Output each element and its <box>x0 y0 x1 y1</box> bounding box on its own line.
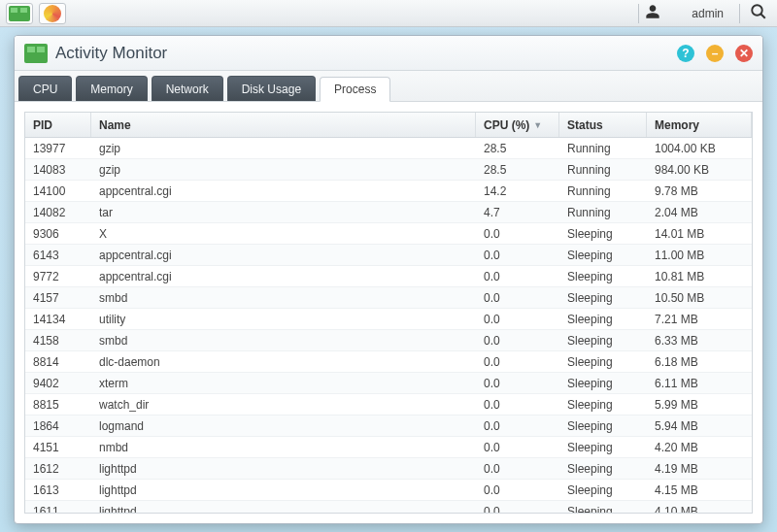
table-row[interactable]: 1864logmand0.0Sleeping5.94 MB <box>25 416 752 437</box>
cell-memory: 9.78 MB <box>647 181 752 201</box>
cell-status: Running <box>559 159 647 180</box>
cell-memory: 10.50 MB <box>647 287 752 308</box>
cell-name: smbd <box>91 287 476 308</box>
cell-pid: 1864 <box>25 416 91 436</box>
tab-memory[interactable]: Memory <box>76 76 147 101</box>
tab-network[interactable]: Network <box>152 76 223 101</box>
table-row[interactable]: 14100appcentral.cgi14.2Running9.78 MB <box>25 181 752 202</box>
cell-pid: 1612 <box>25 458 91 479</box>
table-row[interactable]: 1611lighttpd0.0Sleeping4.10 MB <box>25 501 752 513</box>
tab-cpu[interactable]: CPU <box>18 76 72 101</box>
cell-pid: 9772 <box>25 266 91 286</box>
cell-status: Sleeping <box>559 480 647 500</box>
cell-name: appcentral.cgi <box>91 245 476 265</box>
cell-cpu: 0.0 <box>476 351 559 372</box>
cell-status: Sleeping <box>559 245 647 265</box>
cell-name: smbd <box>91 330 476 350</box>
cell-cpu: 14.2 <box>476 181 559 201</box>
user-icon[interactable] <box>645 4 660 22</box>
user-name-label[interactable]: admin <box>666 7 733 20</box>
table-row[interactable]: 14082tar4.7Running2.04 MB <box>25 202 752 223</box>
svg-point-0 <box>752 5 762 16</box>
taskbar-app-activity-monitor[interactable] <box>6 3 33 24</box>
cell-memory: 5.99 MB <box>647 394 752 415</box>
column-header-pid[interactable]: PID <box>25 113 91 137</box>
cell-memory: 7.21 MB <box>647 309 752 329</box>
table-row[interactable]: 1613lighttpd0.0Sleeping4.15 MB <box>25 480 752 501</box>
cell-memory: 6.33 MB <box>647 330 752 350</box>
cell-memory: 4.19 MB <box>647 458 752 479</box>
cell-name: X <box>91 223 476 244</box>
cell-pid: 13977 <box>25 138 91 158</box>
table-row[interactable]: 4157smbd0.0Sleeping10.50 MB <box>25 287 752 309</box>
cell-name: dlc-daemon <box>91 351 476 372</box>
cell-status: Sleeping <box>559 330 647 350</box>
cell-memory: 14.01 MB <box>647 223 752 244</box>
cell-status: Running <box>559 138 647 158</box>
activity-monitor-icon <box>24 44 48 63</box>
cell-cpu: 0.0 <box>476 373 559 393</box>
taskbar-app-other[interactable] <box>39 3 66 24</box>
table-row[interactable]: 9306X0.0Sleeping14.01 MB <box>25 223 752 245</box>
cell-pid: 1611 <box>25 501 91 513</box>
column-header-name[interactable]: Name <box>91 113 476 137</box>
cell-pid: 8815 <box>25 394 91 415</box>
table-body[interactable]: 13977gzip28.5Running1004.00 KB14083gzip2… <box>25 138 752 513</box>
table-row[interactable]: 8814dlc-daemon0.0Sleeping6.18 MB <box>25 351 752 373</box>
cell-pid: 14082 <box>25 202 91 222</box>
table-row[interactable]: 4151nmbd0.0Sleeping4.20 MB <box>25 437 752 458</box>
activity-monitor-window: Activity Monitor ? – ✕ CPUMemoryNetworkD… <box>14 35 763 524</box>
column-header-cpu[interactable]: CPU (%) ▼ <box>476 113 559 137</box>
search-icon[interactable] <box>746 3 771 23</box>
table-row[interactable]: 14083gzip28.5Running984.00 KB <box>25 159 752 181</box>
topbar-divider <box>739 4 740 23</box>
cell-memory: 5.94 MB <box>647 416 752 436</box>
table-row[interactable]: 13977gzip28.5Running1004.00 KB <box>25 138 752 159</box>
cell-cpu: 28.5 <box>476 159 559 180</box>
process-table-container: PID Name CPU (%) ▼ Status Memory 13977gz… <box>15 102 762 523</box>
cell-memory: 11.00 MB <box>647 245 752 265</box>
window-titlebar[interactable]: Activity Monitor ? – ✕ <box>15 36 762 71</box>
cell-status: Running <box>559 181 647 201</box>
help-button[interactable]: ? <box>677 45 694 62</box>
cell-cpu: 0.0 <box>476 437 559 457</box>
cell-cpu: 0.0 <box>476 223 559 244</box>
cell-memory: 984.00 KB <box>647 159 752 180</box>
column-header-memory[interactable]: Memory <box>647 113 752 137</box>
cell-cpu: 0.0 <box>476 480 559 500</box>
cell-memory: 4.20 MB <box>647 437 752 457</box>
cell-cpu: 0.0 <box>476 394 559 415</box>
cell-name: nmbd <box>91 437 476 457</box>
cell-status: Sleeping <box>559 287 647 308</box>
table-row[interactable]: 14134utility0.0Sleeping7.21 MB <box>25 309 752 330</box>
cell-pid: 4157 <box>25 287 91 308</box>
cell-pid: 9306 <box>25 223 91 244</box>
cell-status: Sleeping <box>559 458 647 479</box>
cell-cpu: 0.0 <box>476 501 559 513</box>
cell-status: Sleeping <box>559 266 647 286</box>
column-header-status[interactable]: Status <box>559 113 647 137</box>
cell-cpu: 0.0 <box>476 287 559 308</box>
cell-name: lighttpd <box>91 458 476 479</box>
cell-status: Sleeping <box>559 223 647 244</box>
cell-status: Sleeping <box>559 501 647 513</box>
cell-name: appcentral.cgi <box>91 181 476 201</box>
table-row[interactable]: 6143appcentral.cgi0.0Sleeping11.00 MB <box>25 245 752 266</box>
cell-name: lighttpd <box>91 501 476 513</box>
tab-process[interactable]: Process <box>320 77 390 102</box>
cell-name: watch_dir <box>91 394 476 415</box>
tab-disk-usage[interactable]: Disk Usage <box>227 76 316 101</box>
close-button[interactable]: ✕ <box>735 45 753 62</box>
cell-pid: 9402 <box>25 373 91 393</box>
minimize-button[interactable]: – <box>706 45 724 62</box>
cell-name: logmand <box>91 416 476 436</box>
table-row[interactable]: 1612lighttpd0.0Sleeping4.19 MB <box>25 458 752 480</box>
cell-name: utility <box>91 309 476 329</box>
table-row[interactable]: 8815watch_dir0.0Sleeping5.99 MB <box>25 394 752 416</box>
cell-status: Sleeping <box>559 394 647 415</box>
cell-name: tar <box>91 202 476 222</box>
table-row[interactable]: 4158smbd0.0Sleeping6.33 MB <box>25 330 752 351</box>
table-row[interactable]: 9402xterm0.0Sleeping6.11 MB <box>25 373 752 394</box>
cell-status: Sleeping <box>559 437 647 457</box>
table-row[interactable]: 9772appcentral.cgi0.0Sleeping10.81 MB <box>25 266 752 287</box>
